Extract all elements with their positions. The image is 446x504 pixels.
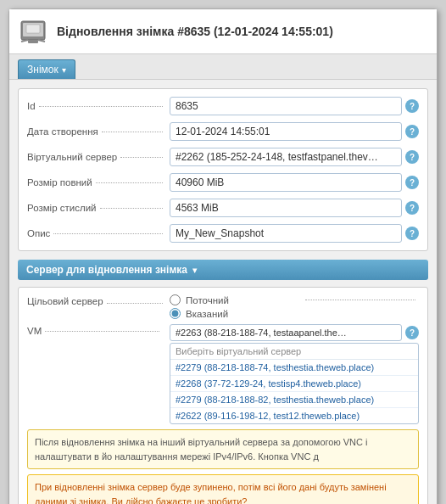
compressed-size-row: Розмір стислий ? (27, 198, 419, 218)
id-label: Id (27, 101, 163, 111)
restore-header-arrow-icon: ▾ (192, 266, 197, 275)
full-size-help-icon[interactable]: ? (405, 176, 419, 189)
date-label: Дата створення (27, 126, 163, 137)
restore-section-header[interactable]: Сервер для відновлення знімка ▾ (18, 260, 428, 280)
description-row: Опис ? (27, 223, 419, 244)
compressed-size-value-wrap: ? (170, 199, 419, 217)
target-server-row: Цільовий сервер Поточний Вказаний (27, 294, 419, 319)
radio-current[interactable] (170, 294, 181, 305)
virtual-server-help-icon[interactable]: ? (405, 150, 419, 164)
vm-help-icon[interactable]: ? (405, 326, 419, 339)
vm-label: VM (27, 324, 163, 336)
target-server-radio-group: Поточний Вказаний (170, 294, 419, 319)
full-size-row: Розмір повний ? (27, 172, 419, 193)
compressed-size-label: Розмір стислий (27, 203, 163, 213)
svg-rect-2 (26, 25, 40, 33)
description-value-wrap: ? (170, 224, 419, 243)
page-title: Відновлення знімка #8635 (12-01-2024 14:… (57, 25, 333, 38)
vm-value-wrap: ? Виберіть віртуальний сервер #2279 (88-… (170, 324, 419, 424)
compressed-size-help-icon[interactable]: ? (405, 201, 419, 215)
radio-specified[interactable] (170, 308, 181, 319)
dropdown-item[interactable]: #2279 (88-218-188-82, testhestia.theweb.… (170, 392, 418, 408)
date-help-icon[interactable]: ? (405, 125, 419, 138)
virtual-server-input[interactable] (170, 148, 402, 166)
description-input[interactable] (170, 224, 402, 243)
vm-input[interactable] (170, 324, 402, 341)
radio-current-label[interactable]: Поточний (186, 295, 297, 305)
date-input[interactable] (170, 122, 402, 141)
full-size-value-wrap: ? (170, 173, 419, 192)
vm-dropdown-list: Виберіть віртуальний сервер #2279 (88-21… (170, 343, 419, 424)
main-window: Відновлення знімка #8635 (12-01-2024 14:… (8, 8, 438, 504)
warning-text: При відновленні знімка сервер буде зупин… (27, 474, 419, 504)
svg-rect-5 (28, 40, 38, 43)
date-row: Дата створення ? (27, 121, 419, 142)
snapshot-tab-label: Знімок (27, 64, 59, 76)
tab-arrow-icon: ▾ (62, 65, 66, 75)
id-row: Id ? (27, 96, 419, 116)
radio-specified-label[interactable]: Вказаний (186, 309, 419, 319)
snapshot-tab[interactable]: Знімок ▾ (18, 59, 75, 79)
compressed-size-input[interactable] (170, 199, 402, 217)
radio-current-row: Поточний (170, 294, 419, 305)
snapshot-icon (18, 16, 48, 47)
virtual-server-label: Віртуальний сервер (27, 152, 163, 162)
full-size-label: Розмір повний (27, 177, 163, 188)
date-value-wrap: ? (170, 122, 419, 141)
vm-label-dots (45, 331, 159, 332)
content-area: Id ? Дата створення ? Віртуальний се (9, 80, 437, 504)
dropdown-item[interactable]: #2268 (37-72-129-24, testisp4.theweb.pla… (170, 376, 418, 392)
dropdown-item[interactable]: #2279 (88-218-188-74, testhestia.theweb.… (170, 360, 418, 376)
radio-specified-row: Вказаний (170, 308, 419, 319)
virtual-server-row: Віртуальний сервер ? (27, 147, 419, 167)
info-text: Після відновлення знімка на інший віртуа… (27, 429, 419, 469)
id-value-wrap: ? (170, 97, 419, 115)
dropdown-item[interactable]: #2622 (89-116-198-12, test12.theweb.plac… (170, 408, 418, 423)
description-help-icon[interactable]: ? (405, 227, 419, 240)
restore-header-label: Сервер для відновлення знімка (26, 264, 187, 276)
vm-row: VM ? Виберіть віртуальний сервер #2279 (… (27, 324, 419, 424)
tab-bar: Знімок ▾ (9, 54, 437, 80)
id-help-icon[interactable]: ? (405, 99, 419, 113)
radio-current-dotted (305, 300, 416, 300)
vm-select-row: ? (170, 324, 419, 341)
restore-section: Цільовий сервер Поточний Вказаний (18, 287, 428, 504)
title-bar: Відновлення знімка #8635 (12-01-2024 14:… (9, 9, 437, 54)
basic-info-section: Id ? Дата створення ? Віртуальний се (18, 88, 428, 251)
description-label: Опис (27, 228, 163, 238)
dropdown-placeholder: Виберіть віртуальний сервер (170, 344, 418, 360)
target-server-label: Цільовий сервер (27, 294, 163, 306)
full-size-input[interactable] (170, 173, 402, 192)
id-input[interactable] (170, 97, 402, 115)
virtual-server-value-wrap: ? (170, 148, 419, 166)
